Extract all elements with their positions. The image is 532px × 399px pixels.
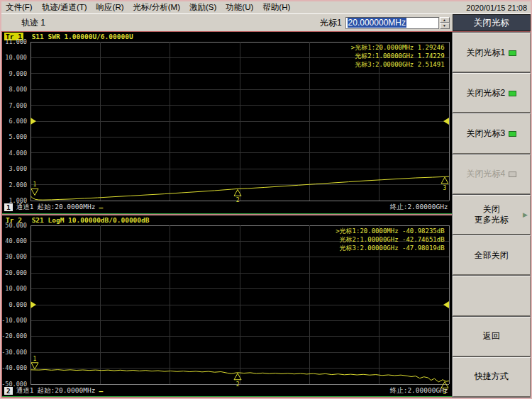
sidebar-button-shortcut[interactable]: 快捷方式 <box>453 357 531 397</box>
frequency-stepper: ▲ ▼ <box>440 17 450 29</box>
sidebar-button-close-all[interactable]: 全部关闭 <box>453 235 531 275</box>
sidebar-button-close-marker-4[interactable]: 关闭光标4 <box>453 154 531 194</box>
menu-bar-items: 文件(F)轨迹/通道(T)响应(R)光标/分析(M)激励(S)功能(U)帮助(H… <box>6 2 299 13</box>
trace1-color-dash: — <box>99 203 103 211</box>
trace1-marker-readouts: >光标1:20.0000MHz 1.29246光标2:1.00000GHz 1.… <box>351 43 445 69</box>
sidebar-button-close-marker-1[interactable]: 关闭光标1 <box>453 33 531 72</box>
channel1-number-badge: 1 <box>4 203 13 211</box>
menu-item-2[interactable]: 响应(R) <box>96 2 124 13</box>
marker-frequency-value: 20.000000MHz <box>348 18 406 28</box>
toolbar: 轨迹 1 光标1 20.000000MHz ▲ ▼ <box>1 14 453 31</box>
menu-item-4[interactable]: 激励(S) <box>189 2 216 13</box>
channel2-label: 通道1 <box>16 386 34 395</box>
trace1-y-axis-labels: 11.00010.0009.0008.0007.0006.0005.0004.0… <box>2 42 28 201</box>
submenu-arrow-icon: ▶ <box>523 211 528 218</box>
channel1-label: 通道1 <box>16 203 34 212</box>
trace2-y-axis-labels: 50.00040.00030.00020.00010.0000.000-10.0… <box>2 225 28 384</box>
trace-marker-2[interactable]: 2 <box>234 189 241 203</box>
trace1-title: S11 SWR 1.00000U/6.00000U <box>32 33 133 40</box>
sidebar-header-close-markers[interactable]: 关闭光标 <box>453 14 531 31</box>
sidebar-button-close-marker-3[interactable]: 关闭光标3 <box>453 113 531 153</box>
trace2-color-dash: — <box>99 387 103 395</box>
led-indicator-on <box>509 91 516 96</box>
sidebar-buttons: 关闭光标1关闭光标2关闭光标3关闭光标4关闭更多光标▶全部关闭返回快捷方式 <box>453 31 531 398</box>
sidebar-button-close-more-markers[interactable]: 关闭更多光标▶ <box>453 195 531 235</box>
led-indicator-on <box>509 50 516 56</box>
svg-text:1: 1 <box>33 355 37 361</box>
trace2-plot-area: 123 >光标1:20.0000MHz -40.98235dB光标2:1.000… <box>31 225 449 384</box>
sidebar: 关闭光标 关闭光标1关闭光标2关闭光标3关闭光标4关闭更多光标▶全部关闭返回快捷… <box>453 14 531 398</box>
channel2-start-label: 起始:20.0000MHz <box>37 386 95 395</box>
menu-item-5[interactable]: 功能(U) <box>226 2 253 13</box>
led-indicator-off <box>509 172 516 177</box>
sidebar-button-close-marker-2[interactable]: 关闭光标2 <box>453 73 531 113</box>
channel1-status-bar: 1 通道1 起始:20.0000MHz — 终止:2.00000GHz <box>4 203 448 213</box>
menu-item-0[interactable]: 文件(F) <box>6 2 33 13</box>
sidebar-button-blank[interactable] <box>453 276 531 315</box>
s11-swr-panel: Tr 1 S11 SWR 1.00000U/6.00000U 11.00010.… <box>2 32 452 214</box>
active-trace-label: 轨迹 1 <box>21 17 45 29</box>
menu-item-3[interactable]: 光标/分析(M) <box>133 2 180 13</box>
svg-text:1: 1 <box>33 181 37 188</box>
trace2-title: S21 LogM 10.00000dB/0.00000dB <box>32 216 150 224</box>
channel2-status-bar: 2 通道1 起始:20.0000MHz — 终止:2.00000GHz <box>4 386 448 395</box>
s21-logm-panel: Tr 2 S21 LogM 10.00000dB/0.00000dB 50.00… <box>2 215 452 398</box>
trace2-marker-readouts: >光标1:20.0000MHz -40.98235dB光标2:1.00000GH… <box>336 227 444 252</box>
datetime: 2020/01/15 21:08 <box>466 4 527 12</box>
marker-frequency-input[interactable]: 20.000000MHz <box>345 17 439 29</box>
channel1-stop-label: 终止:2.00000GHz <box>390 203 448 212</box>
marker-field-label: 光标1 <box>320 17 342 29</box>
led-indicator-on <box>509 131 516 137</box>
channel1-start-label: 起始:20.0000MHz <box>37 203 95 212</box>
vna-window: 文件(F)轨迹/通道(T)响应(R)光标/分析(M)激励(S)功能(U)帮助(H… <box>0 0 532 399</box>
trace1-plot-area: 123 >光标1:20.0000MHz 1.29246光标2:1.00000GH… <box>31 42 449 201</box>
trace-marker-1[interactable]: 1 <box>31 181 38 195</box>
menu-bar: 文件(F)轨迹/通道(T)响应(R)光标/分析(M)激励(S)功能(U)帮助(H… <box>1 1 531 14</box>
svg-text:3: 3 <box>443 185 447 191</box>
trace-marker-1[interactable]: 1 <box>31 355 38 369</box>
sidebar-button-back[interactable]: 返回 <box>453 317 531 356</box>
menu-item-1[interactable]: 轨迹/通道(T) <box>42 2 87 13</box>
trace1-header: Tr 1 S11 SWR 1.00000U/6.00000U <box>4 33 449 41</box>
channel2-stop-label: 终止:2.00000GHz <box>390 386 448 395</box>
stepper-down-button[interactable]: ▼ <box>440 23 450 29</box>
channel2-number-badge: 2 <box>4 387 13 395</box>
chart-area: Tr 1 S11 SWR 1.00000U/6.00000U 11.00010.… <box>1 31 453 398</box>
trace-marker-3[interactable]: 3 <box>441 177 448 191</box>
menu-item-6[interactable]: 帮助(H) <box>262 2 290 13</box>
stepper-up-button[interactable]: ▲ <box>440 17 450 23</box>
trace2-header: Tr 2 S21 LogM 10.00000dB/0.00000dB <box>4 216 449 225</box>
